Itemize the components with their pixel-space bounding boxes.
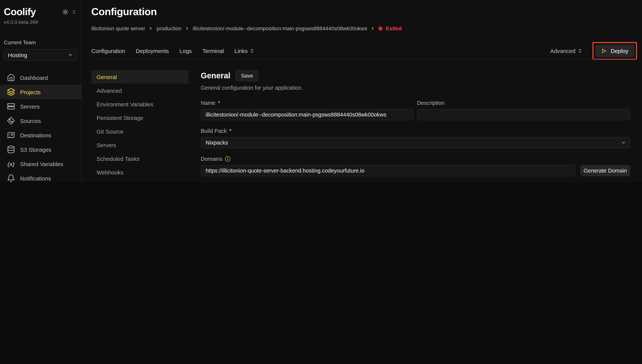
app-version: v4.0.0-beta.399 bbox=[4, 19, 77, 25]
sidebar-item-projects[interactable]: Projects bbox=[0, 85, 81, 99]
name-input[interactable] bbox=[201, 109, 414, 120]
tab-divider bbox=[91, 59, 637, 60]
tab-logs[interactable]: Logs bbox=[180, 48, 192, 54]
config-menu-item-scheduled-tasks[interactable]: Scheduled Tasks bbox=[91, 152, 189, 165]
name-field-group: Name* bbox=[201, 100, 414, 120]
bell-icon bbox=[7, 174, 15, 182]
tab-deployments[interactable]: Deployments bbox=[136, 48, 169, 54]
chevrons-up-down-icon[interactable] bbox=[72, 10, 77, 14]
general-heading-row: General Save bbox=[201, 70, 630, 81]
chevron-down-icon bbox=[621, 140, 626, 145]
breadcrumb-application[interactable]: illicitestonion/-module--decomposition:m… bbox=[193, 25, 367, 32]
sidebar-item-label: Dashboard bbox=[20, 74, 48, 81]
build-pack-value: Nixpacks bbox=[206, 140, 228, 146]
tabbar: Configuration Deployments Logs Terminal … bbox=[91, 46, 637, 56]
config-menu-item-servers[interactable]: Servers bbox=[91, 138, 189, 152]
domains-field-group: Domains i Generate Domain bbox=[201, 156, 630, 176]
git-source-icon bbox=[7, 116, 15, 125]
sidebar: Coolify v4.0.0-beta.399 Current Team Hos… bbox=[0, 0, 81, 182]
main-content: Configuration illicitonion quote server … bbox=[81, 0, 642, 182]
sidebar-item-notifications[interactable]: Notifications bbox=[0, 171, 81, 182]
sidebar-item-s3-storages[interactable]: S3 Storages bbox=[0, 142, 81, 157]
chevrons-up-down-icon bbox=[578, 48, 583, 53]
config-menu-item-general[interactable]: General bbox=[91, 70, 189, 84]
name-label: Name* bbox=[201, 100, 414, 106]
domains-input[interactable] bbox=[201, 165, 575, 176]
breadcrumb-environment[interactable]: production bbox=[157, 25, 181, 32]
status-badge: Exited bbox=[379, 25, 402, 32]
home-icon bbox=[7, 74, 15, 82]
tab-terminal[interactable]: Terminal bbox=[202, 48, 224, 54]
status-dot-icon bbox=[379, 26, 383, 30]
config-menu-item-persistent-storage[interactable]: Persistent Storage bbox=[91, 111, 189, 124]
domains-label: Domains i bbox=[201, 156, 630, 162]
logo-row: Coolify bbox=[4, 6, 77, 18]
sidebar-item-label: Shared Variables bbox=[20, 160, 63, 167]
database-icon bbox=[7, 145, 15, 154]
description-input[interactable] bbox=[417, 109, 630, 120]
required-asterisk: * bbox=[218, 100, 220, 106]
general-subtitle: General configuration for your applicati… bbox=[201, 85, 630, 91]
sidebar-nav: Dashboard Projects Servers Sources Desti… bbox=[4, 70, 77, 182]
sidebar-item-label: Servers bbox=[20, 103, 40, 110]
team-select-value: Hosting bbox=[8, 52, 27, 58]
sidebar-item-sources[interactable]: Sources bbox=[0, 114, 81, 128]
config-menu-item-webhooks[interactable]: Webhooks bbox=[91, 165, 189, 179]
sun-icon[interactable] bbox=[62, 9, 69, 15]
breadcrumb: illicitonion quote server production ill… bbox=[91, 25, 637, 32]
status-text: Exited bbox=[386, 25, 402, 32]
chevron-down-icon bbox=[68, 52, 73, 58]
sidebar-item-destinations[interactable]: Destinations bbox=[0, 128, 81, 142]
build-pack-label: Build Pack* bbox=[201, 128, 630, 134]
general-form: General Save General configuration for y… bbox=[201, 70, 630, 182]
required-asterisk: * bbox=[229, 128, 231, 134]
sidebar-item-label: Notifications bbox=[20, 175, 51, 182]
page-title: Configuration bbox=[91, 6, 637, 18]
chevrons-up-down-icon bbox=[250, 48, 254, 53]
generate-domain-button[interactable]: Generate Domain bbox=[580, 165, 630, 176]
sidebar-item-shared-variables[interactable]: (x) Shared Variables bbox=[0, 157, 81, 171]
info-icon[interactable]: i bbox=[225, 156, 230, 162]
tab-configuration[interactable]: Configuration bbox=[91, 48, 125, 54]
play-icon bbox=[601, 48, 607, 54]
config-menu-item-preview-deployments[interactable]: Preview Deployments bbox=[91, 179, 189, 182]
sidebar-item-label: Sources bbox=[20, 118, 41, 124]
build-pack-field-group: Build Pack* Nixpacks bbox=[201, 128, 630, 148]
coolify-app: Coolify v4.0.0-beta.399 Current Team Hos… bbox=[0, 0, 642, 182]
breadcrumb-project[interactable]: illicitonion quote server bbox=[91, 25, 145, 32]
description-field-group: Description bbox=[417, 100, 630, 120]
sidebar-item-label: Destinations bbox=[20, 132, 51, 138]
configuration-content: General Advanced Environment Variables P… bbox=[91, 70, 637, 182]
annotation-highlight-box: Deploy bbox=[592, 42, 637, 60]
save-button[interactable]: Save bbox=[236, 70, 258, 81]
deploy-button[interactable]: Deploy bbox=[595, 45, 634, 57]
map-icon bbox=[7, 131, 15, 139]
layers-icon bbox=[7, 88, 15, 96]
chevron-right-icon bbox=[185, 26, 189, 31]
sidebar-item-servers[interactable]: Servers bbox=[0, 99, 81, 114]
tab-links[interactable]: Links bbox=[234, 48, 254, 54]
chevron-right-icon bbox=[149, 26, 153, 31]
advanced-dropdown[interactable]: Advanced bbox=[550, 48, 582, 54]
server-icon bbox=[7, 102, 15, 110]
sidebar-item-label: S3 Storages bbox=[20, 146, 51, 153]
chevron-right-icon bbox=[371, 26, 375, 31]
general-heading: General bbox=[201, 71, 230, 80]
sidebar-item-label: Projects bbox=[20, 89, 41, 95]
description-label: Description bbox=[417, 100, 630, 106]
variable-icon: (x) bbox=[8, 160, 15, 167]
app-logo: Coolify bbox=[4, 6, 36, 18]
config-menu-item-environment-variables[interactable]: Environment Variables bbox=[91, 97, 189, 111]
theme-toggle[interactable] bbox=[62, 9, 77, 15]
build-pack-select[interactable]: Nixpacks bbox=[201, 137, 630, 148]
config-menu-item-git-source[interactable]: Git Source bbox=[91, 124, 189, 138]
tab-actions: Advanced Deploy bbox=[550, 46, 637, 56]
config-menu-item-advanced[interactable]: Advanced bbox=[91, 84, 189, 97]
team-select[interactable]: Hosting bbox=[4, 49, 77, 60]
sidebar-item-dashboard[interactable]: Dashboard bbox=[0, 70, 81, 85]
current-team-label: Current Team bbox=[4, 39, 77, 46]
config-menu: General Advanced Environment Variables P… bbox=[91, 70, 189, 182]
